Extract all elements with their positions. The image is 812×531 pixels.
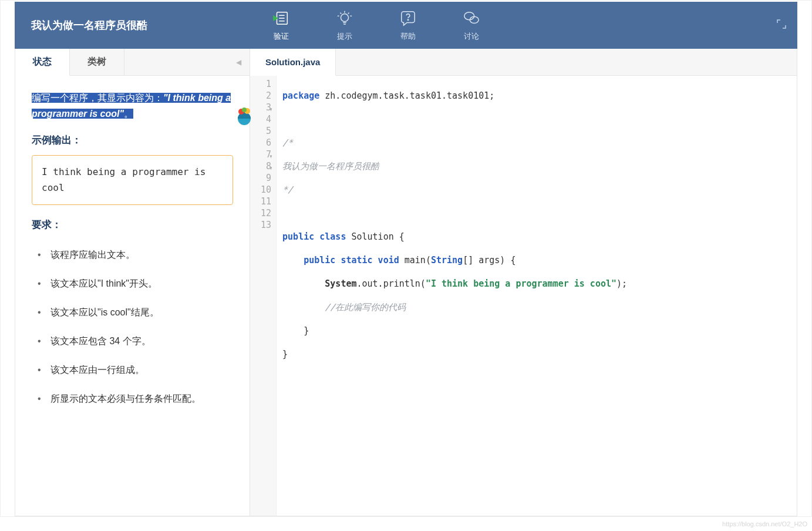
line-number: 3 — [261, 102, 271, 113]
line-number: 7 — [261, 149, 271, 160]
hint-button[interactable]: 提示 — [313, 2, 376, 49]
help-label: 帮助 — [400, 31, 416, 42]
chat-bubbles-icon — [463, 9, 480, 29]
svg-point-1 — [341, 14, 348, 21]
line-number: 9 — [261, 172, 271, 184]
svg-point-8 — [242, 107, 247, 112]
line-number: 11 — [261, 196, 271, 207]
help-button[interactable]: 帮助 — [376, 2, 440, 49]
line-number: 12 — [261, 207, 271, 219]
tab-class-tree[interactable]: 类树 — [70, 49, 124, 76]
line-gutter: 1 2 3 4 5 6 7 8 9 10 11 12 13 — [250, 76, 277, 516]
verify-button[interactable]: 验证 — [250, 2, 313, 49]
requirement-item: 该文本应以"I think"开头。 — [38, 275, 233, 291]
watermark: https://blog.csdn.net/O2_H2O — [722, 520, 807, 527]
intro-text: 编写一个程序，其显示内容为： — [32, 93, 163, 103]
line-number: 1 — [261, 78, 271, 90]
task-intro: 编写一个程序，其显示内容为："I think being a programme… — [32, 90, 233, 122]
line-number: 2 — [261, 90, 271, 102]
checklist-play-icon — [272, 9, 290, 29]
line-number: 13 — [261, 219, 271, 231]
svg-point-3 — [464, 12, 474, 19]
fullscreen-icon[interactable] — [776, 19, 787, 32]
right-panel: Solution.java 1 2 3 4 5 6 7 8 9 10 11 12… — [250, 49, 797, 516]
code-editor[interactable]: 1 2 3 4 5 6 7 8 9 10 11 12 13 package zh… — [250, 76, 797, 516]
requirements-title: 要求： — [32, 217, 233, 234]
example-title: 示例输出： — [32, 132, 233, 149]
mascot-avatar-icon[interactable] — [234, 106, 254, 126]
discuss-button[interactable]: 讨论 — [440, 2, 503, 49]
requirement-item: 该文本应以"is cool"结尾。 — [38, 304, 233, 320]
line-number: 5 — [261, 125, 271, 137]
hint-label: 提示 — [337, 31, 352, 42]
file-tab-solution[interactable]: Solution.java — [250, 49, 336, 76]
line-number: 6 — [261, 137, 271, 149]
file-tabs: Solution.java — [250, 49, 797, 76]
task-title: 我认为做一名程序员很酷 — [15, 2, 250, 49]
intro-trailing: 。 — [124, 109, 133, 119]
requirement-item: 该文本应包含 34 个字。 — [38, 333, 233, 349]
task-description: 编写一个程序，其显示内容为："I think being a programme… — [15, 76, 250, 516]
header-actions: 验证 提示 帮助 — [250, 2, 503, 49]
requirements-list: 该程序应输出文本。 该文本应以"I think"开头。 该文本应以"is coo… — [38, 247, 233, 407]
requirement-item: 该文本应由一行组成。 — [38, 362, 233, 378]
example-output-box: I think being a programmer is cool — [32, 155, 233, 204]
left-tabs: 状态 类树 ◀ — [15, 49, 250, 76]
svg-point-2 — [407, 19, 409, 21]
verify-label: 验证 — [274, 31, 289, 42]
left-panel: 状态 类树 ◀ 编写一个程序，其显示内容为："I think being a p… — [15, 49, 250, 516]
line-number: 4 — [261, 113, 271, 125]
requirement-item: 所显示的文本必须与任务条件匹配。 — [38, 391, 233, 406]
discuss-label: 讨论 — [464, 31, 479, 42]
lightbulb-icon — [336, 9, 353, 29]
line-number: 8 — [261, 160, 271, 172]
line-number: 10 — [261, 184, 271, 196]
help-bubble-icon — [399, 9, 417, 29]
collapse-left-icon[interactable]: ◀ — [236, 58, 241, 66]
app-header: 我认为做一名程序员很酷 验证 — [15, 2, 797, 49]
tab-status[interactable]: 状态 — [15, 49, 70, 76]
main-split: 状态 类树 ◀ 编写一个程序，其显示内容为："I think being a p… — [15, 49, 797, 516]
code-area[interactable]: package zh.codegym.task.task01.task0101;… — [277, 76, 633, 516]
requirement-item: 该程序应输出文本。 — [38, 247, 233, 263]
